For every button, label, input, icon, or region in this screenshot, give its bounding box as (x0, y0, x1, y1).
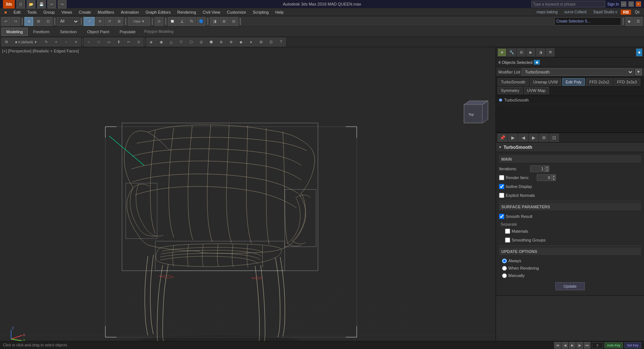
mtb-ico10[interactable]: ◆ (236, 38, 246, 47)
modifier-list-dropdown[interactable]: TurboSmooth (522, 68, 634, 76)
tab-modeling[interactable]: Modeling (1, 28, 28, 36)
new-btn[interactable]: 🗋 (16, 0, 25, 8)
rp-display-panel[interactable]: ◑ (536, 48, 545, 57)
mtb-ico4[interactable]: ▽ (176, 38, 186, 47)
rp-create-panel[interactable]: ✦ (498, 48, 506, 57)
menu-edit[interactable]: Edit (11, 8, 24, 16)
mtb-box[interactable]: □ (94, 38, 104, 47)
modifier-expand[interactable]: ▼ (635, 69, 642, 75)
signin-link[interactable]: Sign In (607, 2, 619, 6)
rp-modify-panel[interactable]: 🔧 (507, 48, 516, 57)
isoline-checkbox[interactable] (499, 184, 504, 189)
redo-toolbar[interactable]: ↪ (11, 17, 20, 26)
iterations-arrows[interactable]: ▲ ▼ (545, 165, 549, 172)
menu-group[interactable]: Group (40, 8, 58, 16)
mtb-ico9[interactable]: ⊕ (226, 38, 236, 47)
menu-civil-view[interactable]: Civil View (200, 8, 223, 16)
play-anim[interactable]: ▶ (569, 342, 576, 349)
isoline-label[interactable]: Isoline Display (499, 184, 532, 189)
explicit-normals-checkbox[interactable] (499, 193, 504, 198)
reference-coord[interactable]: View ▼ (128, 17, 150, 26)
source-collect[interactable]: ource Collecti (561, 8, 590, 16)
menu-help[interactable]: Help (272, 8, 287, 16)
last-frame[interactable]: ⏭ (584, 342, 590, 349)
select-btn[interactable]: ↗ (84, 17, 95, 26)
undo-btn[interactable]: ↩ (47, 0, 56, 8)
minimize-btn[interactable]: — (621, 1, 626, 7)
render-iters-arrows[interactable]: ▲ ▼ (552, 174, 556, 181)
mtb-extrude[interactable]: ⬆ (114, 38, 123, 47)
angle-snap[interactable]: ∡ (177, 17, 186, 26)
mtb-btn2[interactable]: + (51, 38, 61, 47)
iterations-down[interactable]: ▼ (545, 169, 549, 172)
maps-baking[interactable]: maps baking (534, 8, 561, 16)
menu-tools[interactable]: Tools (24, 8, 40, 16)
iterations-spinbox[interactable]: ▲ ▼ (530, 165, 549, 172)
smoothing-groups-label[interactable]: Smoothing Groups (505, 237, 546, 243)
maximize-btn[interactable]: □ (628, 1, 634, 7)
stack-pin[interactable]: 📌 (498, 134, 507, 142)
mod-chip-unwrap-uvw[interactable]: Unwrap UVW (530, 78, 561, 86)
mtb-layer[interactable]: ■ 0 (default) ▼ (11, 38, 41, 47)
stack-prev[interactable]: ◀ (518, 134, 528, 142)
mtb-ico13[interactable]: ⊡ (266, 38, 276, 47)
mtb-ico3[interactable]: △ (166, 38, 176, 47)
tab-selection[interactable]: Selection (55, 28, 81, 36)
redo-btn[interactable]: ↪ (58, 0, 67, 8)
mtb-ico11[interactable]: ♦ (246, 38, 256, 47)
smooth-result-label[interactable]: Smooth Result (499, 214, 532, 219)
select-region[interactable]: ⊞ (34, 17, 43, 26)
frame-counter[interactable]: 0 (592, 342, 603, 348)
array-btn[interactable]: ⊞ (220, 17, 228, 26)
pivot-btn[interactable]: ⊙ (155, 17, 163, 26)
mod-chip-edit-poly[interactable]: Edit Poly (562, 78, 585, 86)
tab-populate[interactable]: Populate (115, 28, 140, 36)
mtb-ico12[interactable]: ⊞ (256, 38, 266, 47)
menu-scripting[interactable]: Scripting (250, 8, 272, 16)
render-iters-spinbox[interactable]: ▲ ▼ (537, 174, 556, 181)
mirror-btn[interactable]: ◨ (210, 17, 219, 26)
play-btn[interactable]: ⏮ (554, 342, 561, 349)
select-scale[interactable]: ⊞ (115, 17, 123, 26)
rp-motion-panel[interactable]: ▶ (526, 48, 535, 57)
qs-menu[interactable]: Qs (632, 8, 643, 16)
stack-settings[interactable]: ⚙ (539, 134, 549, 142)
mtb-ico8[interactable]: ⊛ (216, 38, 226, 47)
spinner-snap[interactable]: 🔵 (197, 17, 206, 26)
mod-stack-turbosmooth[interactable]: TurboSmooth (496, 96, 644, 104)
window-crossing[interactable]: ⊡ (44, 17, 52, 26)
rp-utilities-panel[interactable]: ⚒ (546, 48, 555, 57)
menu-create[interactable]: Create (76, 8, 94, 16)
mtb-ico5[interactable]: ⬡ (186, 38, 196, 47)
stack-show-end[interactable]: ⊡ (549, 134, 559, 142)
close-btn[interactable]: ✕ (636, 1, 641, 7)
menu-rendering[interactable]: Rendering (174, 8, 199, 16)
mtb-ico6[interactable]: ◎ (196, 38, 206, 47)
mtb-cut[interactable]: ✂ (124, 38, 133, 47)
mtb-settings[interactable]: ⚙ (1, 38, 11, 47)
mtb-btn3[interactable]: − (61, 38, 71, 47)
render-iters-up[interactable]: ▲ (552, 174, 556, 178)
update-button[interactable]: Update (555, 282, 585, 290)
manually-radio[interactable] (502, 273, 507, 278)
menu-graph-editors[interactable]: Graph Editors (143, 8, 174, 16)
turbosmooth-header[interactable]: ▼ TurboSmooth (496, 143, 644, 152)
menu-modifiers[interactable]: Modifiers (95, 8, 117, 16)
layers-btn[interactable]: ☰ (634, 17, 643, 26)
always-radio-row[interactable]: Always (499, 257, 641, 264)
auto-key[interactable]: Auto Key (604, 342, 623, 348)
rp-panel-options[interactable]: ■ (636, 48, 643, 57)
search-box[interactable]: Type a keyword or phrase (531, 1, 605, 7)
mtb-btn1[interactable]: ✎ (41, 38, 51, 47)
mtb-sphere[interactable]: ○ (84, 38, 94, 47)
viewport[interactable]: [+] [Perspective] [Realistic + Edged Fac… (0, 47, 495, 349)
tab-freeform[interactable]: Freeform (28, 28, 55, 36)
open-btn[interactable]: 📂 (27, 0, 35, 8)
mod-chip-turbosmooth[interactable]: TurboSmooth (498, 78, 529, 86)
render-iters-input[interactable] (537, 174, 552, 181)
mod-chip-symmetry[interactable]: Symmetry (498, 87, 523, 94)
pct-snap[interactable]: % (187, 17, 196, 26)
filter-dropdown[interactable]: All (57, 17, 79, 25)
mtb-plane[interactable]: ▭ (104, 38, 113, 47)
snap-toggle[interactable]: 🔲 (168, 17, 177, 26)
